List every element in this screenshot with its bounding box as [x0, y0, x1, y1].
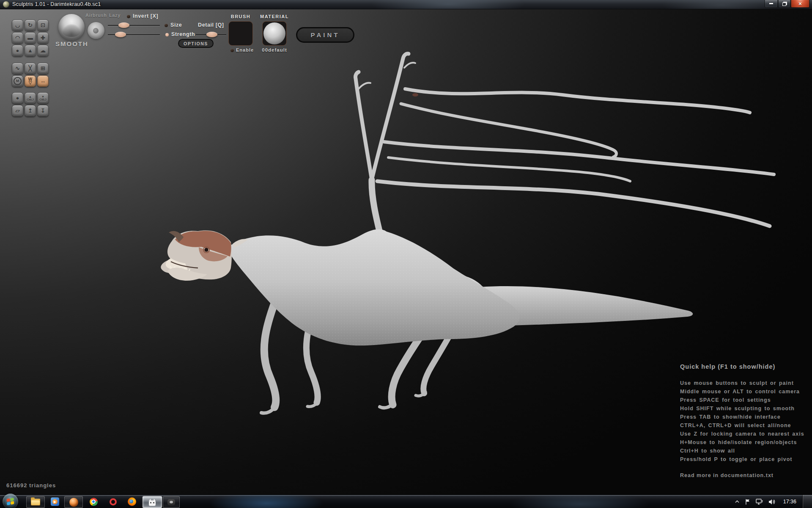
save-button[interactable]: ↥: [25, 105, 36, 116]
mask-button[interactable]: M: [12, 75, 23, 87]
taskbar-chrome-button[interactable]: [86, 496, 101, 507]
material-slot[interactable]: [262, 21, 287, 46]
reduce-selected-button[interactable]: ╳: [25, 63, 36, 74]
draw-button[interactable]: ◠: [12, 32, 23, 44]
material-panel-title: MATERIAL: [260, 14, 289, 19]
close-button[interactable]: ×: [791, 0, 809, 8]
start-button[interactable]: [3, 494, 18, 508]
size-slider[interactable]: [108, 22, 160, 28]
minimize-button[interactable]: [765, 0, 778, 8]
quick-help-line: Use Z for locking camera to nearest axis: [680, 431, 807, 439]
draw-icon: ◠: [15, 35, 20, 41]
windows-logo-icon: [6, 497, 14, 505]
creature-eye: [205, 248, 208, 252]
creature-tail: [477, 286, 693, 327]
titlebar[interactable]: Sculptris 1.01 - Darimtekrau0.4b.sc1 ×: [0, 0, 812, 9]
open-icon: ↧: [41, 108, 45, 114]
quick-help-line: Middle mouse or ALT to control camera: [680, 389, 807, 397]
lazy-label: Lazy: [109, 13, 121, 18]
strength-slider-knob[interactable]: [115, 32, 126, 37]
save-icon: ↥: [28, 108, 33, 114]
action-center-flag-icon[interactable]: [745, 499, 751, 505]
detail-slider[interactable]: [196, 32, 226, 37]
quick-help-line: Ctrl+H to show all: [680, 448, 807, 456]
strength-dot[interactable]: [165, 33, 169, 36]
material-name: 00default: [260, 47, 289, 52]
wireframe-icon: W ▽: [28, 78, 32, 85]
taskbar-opera-button[interactable]: [105, 496, 121, 507]
brush-texture-slot[interactable]: [228, 21, 253, 46]
wireframe-button[interactable]: W ▽: [25, 75, 36, 87]
size-label: Size: [170, 22, 182, 28]
volume-icon[interactable]: [768, 499, 776, 505]
import-obj-icon: ▾ OBJ: [39, 95, 46, 101]
strength-slider[interactable]: [108, 32, 160, 37]
import-obj-button[interactable]: ▾ OBJ: [37, 92, 49, 104]
rotate-button[interactable]: ↻: [25, 19, 36, 31]
quick-help-lines: Use mouse buttons to sculpt or paintMidd…: [680, 380, 807, 465]
app-icon: [3, 1, 9, 8]
taskbar: ▶: [0, 494, 812, 508]
network-icon[interactable]: [756, 499, 763, 505]
brush-preview-ball[interactable]: [58, 14, 85, 40]
size-dot[interactable]: [165, 24, 168, 27]
show-desktop-button[interactable]: [802, 495, 812, 508]
taskbar-dark-creature-app-button[interactable]: [163, 496, 180, 508]
new-plane-button[interactable]: ▱: [12, 105, 23, 116]
quick-help-panel: Quick help (F1 to show/hide) Use mouse b…: [680, 363, 807, 478]
triangle-count: 616692 triangles: [6, 482, 56, 489]
strength-label: Strength: [171, 31, 195, 37]
material-sphere-preview: [263, 22, 285, 44]
taskbar-explorer-button[interactable]: [26, 496, 45, 508]
sculptris-window: ◡↻⊡◠▬✚●▲☁∿╳⊞MW ▽↔●▴ OBJ▾ OBJ▱↥↧ SMOOTH A…: [0, 0, 812, 508]
subdivide-all-icon: ⊞: [41, 65, 45, 72]
minimize-icon: [769, 3, 773, 4]
creature-head: [161, 230, 248, 281]
taskbar-firefox-button[interactable]: [124, 496, 140, 507]
detail-slider-knob[interactable]: [206, 32, 217, 37]
pinch-button[interactable]: ▲: [25, 45, 36, 56]
reduce-brush-button[interactable]: ∿: [12, 63, 23, 74]
quick-help-line: Press TAB to show/hide interface: [680, 414, 807, 422]
airbrush-toggle-ball[interactable]: [88, 22, 104, 39]
grab-button[interactable]: ✚: [37, 32, 49, 44]
export-obj-button[interactable]: ▴ OBJ: [25, 92, 36, 104]
restore-button[interactable]: [778, 0, 790, 8]
sculptris-cat-icon: [149, 500, 156, 506]
brush-enable-dot[interactable]: [230, 49, 234, 52]
quick-help-line: Press SPACE for tool settings: [680, 397, 807, 406]
inflate-button[interactable]: ●: [12, 45, 23, 56]
invert-toggle-dot[interactable]: [127, 15, 130, 18]
size-slider-track[interactable]: [108, 25, 160, 26]
new-sphere-icon: ●: [16, 95, 19, 101]
restore-icon: [782, 3, 786, 6]
quick-help-line: H+Mouse to hide/isolate region/objects: [680, 439, 807, 448]
show-hidden-icons-chevron[interactable]: [735, 500, 740, 503]
scale-button[interactable]: ⊡: [37, 19, 49, 31]
taskbar-clock[interactable]: 17:36: [783, 499, 796, 505]
crease-button[interactable]: ◡: [12, 19, 23, 31]
subdivide-all-button[interactable]: ⊞: [37, 63, 49, 74]
quick-help-title: Quick help (F1 to show/hide): [680, 363, 807, 370]
system-tray: 17:36: [732, 495, 812, 508]
taskbar-media-player-button[interactable]: ▶: [47, 496, 63, 507]
smooth-icon: ☁: [40, 47, 46, 54]
symmetry-button[interactable]: ↔: [37, 75, 49, 87]
flatten-button[interactable]: ▬: [25, 32, 36, 44]
quick-help-line: CTRL+A, CTRL+D will select all/none: [680, 422, 807, 431]
new-sphere-button[interactable]: ●: [12, 92, 23, 104]
flatten-icon: ▬: [27, 35, 33, 41]
orange-ball-icon: [69, 498, 78, 507]
viewport-3d[interactable]: ◡↻⊡◠▬✚●▲☁∿╳⊞MW ▽↔●▴ OBJ▾ OBJ▱↥↧ SMOOTH A…: [0, 0, 812, 508]
inflate-icon: ●: [16, 47, 19, 54]
taskbar-orange-ball-app-button[interactable]: [64, 496, 83, 508]
taskbar-sculptris-app-button[interactable]: [143, 496, 162, 508]
creature-legs: [261, 300, 460, 413]
quick-help-line: Press/hold P to toggle or place pivot: [680, 456, 807, 465]
smooth-button[interactable]: ☁: [37, 45, 49, 56]
chrome-icon: [90, 498, 98, 506]
paint-mode-button[interactable]: PAINT: [296, 27, 354, 43]
size-slider-knob[interactable]: [118, 22, 129, 28]
options-button[interactable]: OPTIONS: [178, 39, 214, 48]
open-button[interactable]: ↧: [37, 105, 49, 116]
